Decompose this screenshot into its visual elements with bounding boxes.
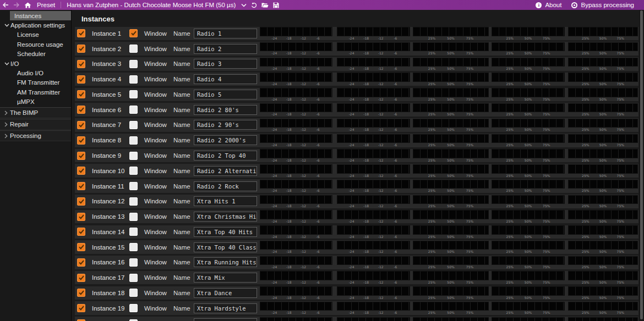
instance-enabled-checkbox[interactable] — [77, 136, 85, 145]
window-checkbox[interactable] — [129, 121, 138, 129]
undo-button[interactable] — [249, 0, 259, 10]
tree-chevron-icon[interactable] — [3, 24, 10, 27]
window-checkbox[interactable] — [129, 152, 138, 160]
instance-enabled-checkbox[interactable] — [77, 106, 85, 114]
sidebar-item-audio-i-o[interactable]: Audio I/O — [0, 68, 71, 78]
tree-chevron-icon[interactable] — [2, 134, 10, 139]
instance-enabled-checkbox[interactable] — [77, 75, 85, 84]
sidebar-item-license[interactable]: License — [0, 30, 71, 40]
input-level-meter: -24-18-12-6 — [260, 271, 332, 284]
window-checkbox[interactable] — [129, 304, 138, 312]
window-checkbox[interactable] — [129, 136, 138, 145]
bypass-processing-button[interactable]: Bypass processing — [569, 0, 640, 10]
scrollbar-thumb[interactable] — [640, 10, 643, 319]
window-checkbox[interactable] — [129, 90, 138, 98]
window-label: Window — [144, 91, 170, 98]
back-button[interactable] — [0, 0, 11, 10]
instance-enabled-checkbox[interactable] — [77, 258, 85, 267]
tree-chevron-icon[interactable] — [2, 110, 10, 115]
instance-enabled-checkbox[interactable] — [77, 243, 85, 251]
instance-enabled-checkbox[interactable] — [77, 228, 85, 236]
window-checkbox[interactable] — [129, 258, 138, 267]
forward-button[interactable] — [11, 0, 22, 10]
instance-name-input[interactable] — [194, 212, 257, 222]
sidebar-item-instances[interactable]: Instances — [10, 11, 71, 20]
window-checkbox[interactable] — [129, 167, 138, 175]
window-checkbox[interactable] — [129, 197, 138, 206]
save-preset-button[interactable] — [271, 0, 281, 10]
meter-tick-label: 50% — [447, 82, 454, 86]
meter-tick-label: 25% — [506, 250, 514, 253]
instance-enabled-checkbox[interactable] — [77, 152, 85, 160]
window-checkbox[interactable] — [129, 213, 138, 221]
instance-name-input[interactable] — [194, 105, 257, 115]
vertical-scrollbar[interactable] — [639, 10, 644, 321]
sidebar-item-resource-usage[interactable]: Resource usage — [0, 40, 71, 49]
instance-name-input[interactable] — [194, 181, 257, 191]
meter-tick-label: 75% — [617, 189, 624, 192]
load-preset-button[interactable] — [259, 0, 271, 10]
instance-name-input[interactable] — [194, 257, 257, 267]
instance-name-input[interactable] — [194, 242, 257, 252]
instance-name-input[interactable] — [194, 59, 257, 69]
instance-name-input[interactable] — [194, 135, 257, 145]
instance-enabled-checkbox[interactable] — [77, 274, 85, 282]
window-checkbox[interactable] — [129, 243, 138, 251]
tree-chevron-icon[interactable] — [2, 122, 10, 127]
instance-name-input[interactable] — [194, 166, 257, 176]
instance-enabled-checkbox[interactable] — [77, 29, 85, 37]
window-checkbox[interactable] — [129, 182, 138, 190]
instance-name-input[interactable] — [194, 90, 257, 99]
meter-tick-label: -12 — [301, 112, 306, 116]
sidebar-item-processing[interactable]: Processing — [0, 130, 71, 141]
instance-enabled-checkbox[interactable] — [77, 167, 85, 175]
sidebar-item-repair[interactable]: Repair — [0, 119, 71, 130]
about-button[interactable]: i About — [533, 0, 567, 10]
instance-enabled-checkbox[interactable] — [77, 213, 85, 221]
tree-chevron-icon[interactable] — [3, 62, 10, 65]
sidebar-item-the-bimp[interactable]: The BIMP — [0, 107, 71, 118]
instance-enabled-checkbox[interactable] — [77, 289, 85, 297]
sidebar-item-label: Repair — [10, 121, 29, 128]
window-checkbox[interactable] — [129, 29, 138, 37]
instance-name-input[interactable] — [194, 196, 257, 206]
instance-name-input[interactable] — [194, 273, 257, 283]
instance-name-input[interactable] — [194, 74, 257, 84]
instance-enabled-checkbox[interactable] — [77, 60, 85, 68]
window-checkbox[interactable] — [129, 75, 138, 84]
instance-name-input[interactable] — [194, 288, 257, 298]
instance-enabled-checkbox[interactable] — [77, 121, 85, 129]
sidebar-item-label: Processing — [10, 132, 41, 139]
window-checkbox[interactable] — [129, 45, 138, 53]
sidebar-item-i-o[interactable]: I/O — [0, 59, 71, 68]
instance-name-input[interactable] — [194, 120, 257, 130]
instance-name-input[interactable] — [194, 318, 257, 321]
sidebar-item-am-transmitter[interactable]: AM Transmitter — [0, 87, 71, 97]
sidebar-item-scheduler[interactable]: Scheduler — [0, 49, 71, 59]
instance-enabled-checkbox[interactable] — [77, 304, 85, 312]
instance-name-input[interactable] — [194, 303, 257, 313]
meter-tick-label: 75% — [466, 51, 473, 55]
preset-dropdown-button[interactable] — [239, 0, 249, 10]
home-button[interactable] — [22, 0, 34, 10]
window-checkbox[interactable] — [129, 289, 138, 297]
window-checkbox[interactable] — [129, 228, 138, 236]
sidebar-item-application-settings[interactable]: Application settings — [0, 20, 71, 30]
instance-name-input[interactable] — [194, 227, 257, 237]
instance-name-input[interactable] — [194, 44, 257, 54]
sidebar-item--mpx[interactable]: µMPX — [0, 97, 71, 107]
instance-name-input[interactable] — [194, 29, 257, 38]
meter-tick-label: -24 — [271, 311, 277, 314]
window-checkbox[interactable] — [129, 106, 138, 114]
meter-tick-label: 50% — [447, 128, 454, 131]
instance-enabled-checkbox[interactable] — [77, 182, 85, 190]
meter-tick-label: -6 — [316, 112, 320, 116]
instance-enabled-checkbox[interactable] — [77, 197, 85, 206]
sidebar-item-fm-transmitter[interactable]: FM Transmitter — [0, 78, 71, 87]
window-checkbox[interactable] — [129, 60, 138, 68]
instance-enabled-checkbox[interactable] — [77, 45, 85, 53]
meter-tick-label: -6 — [316, 128, 320, 131]
instance-name-input[interactable] — [194, 151, 257, 160]
instance-enabled-checkbox[interactable] — [77, 90, 85, 98]
window-checkbox[interactable] — [129, 274, 138, 282]
